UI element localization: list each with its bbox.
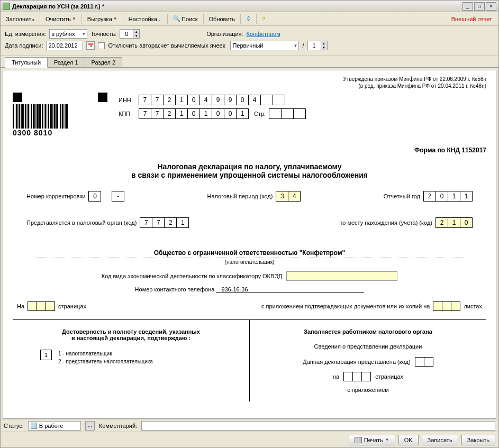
comment-label: Комментарий: bbox=[99, 423, 137, 429]
organ-label: Представляется в налоговый орган (код) bbox=[26, 220, 137, 226]
doc-title-1: Налоговая декларация по налогу, уплачива… bbox=[13, 162, 486, 171]
printer-icon bbox=[355, 437, 362, 443]
tab-title[interactable]: Титульный bbox=[5, 57, 48, 68]
year-label: Отчетный год bbox=[384, 193, 420, 199]
help-icon: ? bbox=[262, 16, 265, 22]
kind-num-stepper[interactable]: ▲▼ bbox=[307, 41, 328, 50]
expand-icon: ⇕ bbox=[246, 15, 251, 22]
save-button[interactable]: Записать bbox=[422, 435, 458, 445]
stepper-down-icon[interactable]: ▼ bbox=[133, 34, 139, 38]
kind-sep: / bbox=[302, 42, 304, 49]
confirm-legend: 1 - налогоплательщик 2 - представитель н… bbox=[58, 350, 153, 365]
status-browse-button[interactable]: … bbox=[85, 421, 95, 431]
doc-title-2: в связи с применением упрощенной системы… bbox=[13, 171, 486, 179]
clear-button[interactable]: Очистить▼ bbox=[42, 15, 79, 23]
org-full-name: Общество с ограниченной ответственностью… bbox=[34, 249, 465, 258]
period-label: Налоговый период (код) bbox=[207, 193, 273, 199]
chevron-down-icon: ▼ bbox=[113, 16, 117, 21]
phone-label: Номер контактного телефона bbox=[135, 286, 215, 292]
status-bar: Статус: В работе … Комментарий: bbox=[1, 419, 498, 432]
presented-pages-cells bbox=[343, 372, 371, 381]
unit-label: Ед. измерения: bbox=[5, 31, 46, 37]
org-link[interactable]: Конфетпром bbox=[247, 31, 280, 37]
barcode: 0300 8010 bbox=[13, 93, 108, 137]
upload-button[interactable]: Выгрузка▼ bbox=[84, 15, 121, 23]
inn-cells[interactable]: 7721049904 bbox=[139, 95, 285, 105]
approval-text: Утверждена приказом Минфина РФ от 22.06.… bbox=[13, 76, 486, 89]
period-cells[interactable]: 34 bbox=[276, 191, 301, 202]
org-sublabel: (налогоплательщик) bbox=[13, 259, 486, 265]
confirm-code-cell[interactable]: 1 bbox=[40, 350, 52, 360]
comment-input[interactable] bbox=[141, 421, 495, 431]
inspector-heading: Заполняется работником налогового органа bbox=[256, 328, 480, 335]
app-window: Декларация по УСН (за 2011 г.) * _ □ × З… bbox=[0, 0, 499, 448]
search-button[interactable]: 🔍Поиск bbox=[170, 14, 201, 23]
tab-section2[interactable]: Раздел 2 bbox=[85, 57, 123, 67]
status-field[interactable]: В работе bbox=[28, 421, 81, 431]
kpp-cells[interactable]: 772101001 bbox=[139, 108, 249, 119]
sign-date-input[interactable] bbox=[46, 41, 83, 50]
okved-input[interactable] bbox=[286, 271, 397, 281]
phone-value[interactable]: 936-16-36 bbox=[216, 286, 364, 293]
bottom-bar: Печать ▼ OK Записать Закрыть bbox=[1, 432, 498, 447]
unit-select[interactable]: в рублях bbox=[49, 29, 87, 39]
window-title: Декларация по УСН (за 2011 г.) * bbox=[12, 3, 462, 10]
inspector-sub: Сведения о представлении декларации bbox=[256, 343, 480, 350]
precision-stepper[interactable]: ▲▼ bbox=[120, 29, 140, 39]
chevron-down-icon: ▼ bbox=[72, 16, 76, 21]
okved-label: Код вида экономической деятельности по к… bbox=[102, 273, 283, 279]
toolbar: Заполнить Очистить▼ Выгрузка▼ Настройка.… bbox=[1, 12, 498, 26]
refresh-button[interactable]: Обновить bbox=[206, 15, 239, 23]
confirm-heading: Достоверность и полноту сведений, указан… bbox=[19, 328, 243, 341]
minimize-button[interactable]: _ bbox=[462, 2, 473, 11]
settings-button[interactable]: Настройка... bbox=[125, 15, 165, 23]
close-window-button[interactable]: Закрыть bbox=[461, 435, 495, 445]
kpp-label: КПП bbox=[119, 111, 139, 117]
organ-cells[interactable]: 7721 bbox=[140, 217, 189, 228]
stepper-down-icon[interactable]: ▼ bbox=[321, 45, 327, 50]
close-button[interactable]: × bbox=[486, 2, 496, 11]
str-label: Стр. bbox=[254, 111, 266, 117]
year-cells[interactable]: 2011 bbox=[423, 191, 473, 202]
help-button[interactable]: ? bbox=[259, 15, 268, 23]
corr-label: Номер корректировки bbox=[26, 193, 85, 199]
chevron-down-icon: ▼ bbox=[385, 437, 389, 442]
print-button[interactable]: Печать ▼ bbox=[349, 435, 395, 445]
kind-select[interactable]: Первичный bbox=[230, 41, 299, 50]
expand-button[interactable]: ⇕ bbox=[243, 14, 254, 23]
presented-code-cells bbox=[415, 357, 433, 367]
corr-cells[interactable]: 0 bbox=[88, 191, 101, 202]
status-label: Статус: bbox=[4, 423, 24, 429]
disable-calc-label: Отключить авторасчет вычисляемых ячеек bbox=[108, 42, 225, 49]
sign-date-label: Дата подписи: bbox=[5, 42, 43, 49]
place-cells[interactable]: 210 bbox=[436, 217, 473, 228]
stepper-up-icon[interactable]: ▲ bbox=[321, 41, 327, 45]
app-icon bbox=[3, 3, 10, 10]
knd-label: Форма по КНД 1152017 bbox=[13, 147, 486, 154]
sheets-count-cells[interactable] bbox=[433, 301, 460, 311]
document-icon bbox=[31, 423, 37, 429]
tabs: Титульный Раздел 1 Раздел 2 bbox=[1, 56, 498, 68]
calendar-icon[interactable]: 📅 bbox=[86, 41, 95, 50]
disable-calc-checkbox[interactable] bbox=[98, 42, 105, 49]
external-report-label: Внешний отчет bbox=[447, 16, 496, 22]
org-label: Организация: bbox=[206, 31, 243, 37]
titlebar: Декларация по УСН (за 2011 г.) * _ □ × bbox=[1, 1, 498, 12]
precision-label: Точность: bbox=[90, 31, 116, 37]
ok-button[interactable]: OK bbox=[398, 435, 419, 445]
document-scroll[interactable]: Утверждена приказом Минфина РФ от 22.06.… bbox=[3, 70, 496, 419]
params-panel: Ед. измерения: в рублях Точность: ▲▼ Орг… bbox=[1, 26, 498, 56]
place-label: по месту нахождения (учета) (код) bbox=[339, 220, 432, 226]
inn-label: ИНН bbox=[119, 97, 139, 103]
title-page: Утверждена приказом Минфина РФ от 22.06.… bbox=[3, 70, 496, 419]
stepper-up-icon[interactable]: ▲ bbox=[133, 30, 139, 34]
str-cells[interactable] bbox=[269, 108, 306, 119]
pages-count-cells[interactable] bbox=[28, 301, 55, 311]
maximize-button[interactable]: □ bbox=[474, 2, 485, 11]
tab-section1[interactable]: Раздел 1 bbox=[47, 57, 85, 67]
search-icon: 🔍 bbox=[173, 15, 180, 22]
fill-button[interactable]: Заполнить bbox=[3, 15, 38, 23]
